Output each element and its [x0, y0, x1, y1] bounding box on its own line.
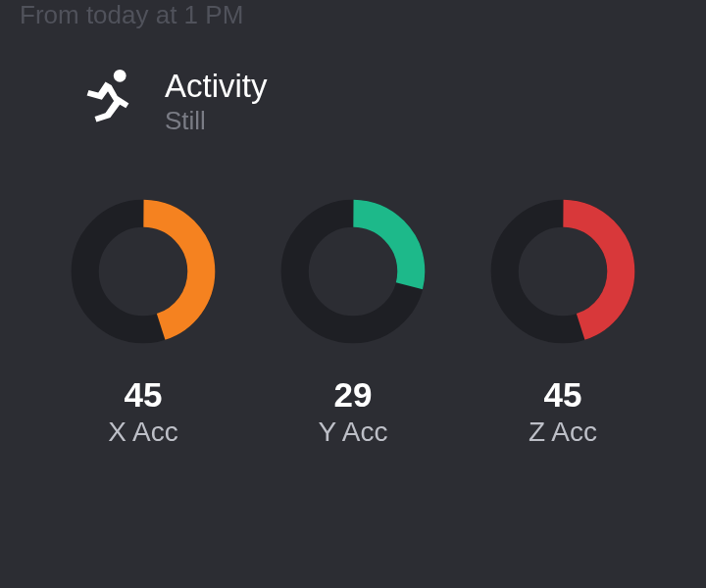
runner-icon — [78, 69, 137, 133]
svg-point-0 — [114, 70, 126, 82]
gauge-value-x: 45 — [125, 375, 163, 415]
gauge-ring-z — [486, 195, 639, 348]
gauge-value-y: 29 — [334, 375, 373, 415]
gauge-label-z: Z Acc — [529, 416, 597, 448]
gauge-z-acc: 45 Z Acc — [475, 195, 651, 448]
timeframe-label: From today at 1 PM — [20, 0, 243, 30]
gauge-value-z: 45 — [544, 375, 582, 415]
gauge-label-x: X Acc — [108, 416, 178, 448]
activity-status: Still — [165, 106, 268, 136]
gauge-ring-y — [277, 195, 429, 348]
activity-title: Activity — [165, 69, 268, 104]
gauge-ring-x — [67, 195, 220, 348]
gauges-row: 45 X Acc 29 Y Acc 45 Z Acc — [0, 136, 706, 448]
gauge-x-acc: 45 X Acc — [55, 195, 231, 448]
gauge-label-y: Y Acc — [318, 416, 387, 448]
gauge-y-acc: 29 Y Acc — [265, 195, 441, 448]
